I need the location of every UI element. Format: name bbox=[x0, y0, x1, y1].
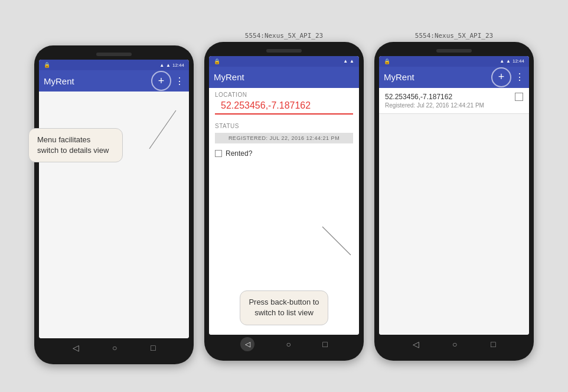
phone3-home-button[interactable]: ○ bbox=[452, 339, 457, 349]
phone2-location-label: LOCATION bbox=[209, 88, 359, 99]
phone2-status-icons: ▲ ▲ bbox=[343, 58, 354, 64]
phone2-status-bar: 🔒 ▲ ▲ bbox=[209, 56, 359, 67]
phone1-back-button[interactable]: ◁ bbox=[73, 343, 79, 352]
phone1-screen: 🔒 ▲ ▲ 12:44 MyRent + ⋮ bbox=[39, 60, 189, 338]
phone3-container: 5554:Nexus_5X_API_23 🔒 ▲ ▲ 12:44 MyRent … bbox=[374, 32, 534, 361]
phone1-app-title: MyRent bbox=[44, 76, 74, 86]
phone1-fab-button[interactable]: + bbox=[151, 71, 171, 91]
phone3-label: 5554:Nexus_5X_API_23 bbox=[374, 32, 534, 40]
phone2-rented-label: Rented? bbox=[226, 149, 252, 158]
phone1-status-bar: 🔒 ▲ ▲ 12:44 bbox=[39, 60, 189, 70]
phone1-wifi-icon: ▲ bbox=[166, 63, 171, 68]
phone2-back-button[interactable]: ◁ bbox=[245, 340, 250, 348]
phone2-nav-bar: ◁ ○ □ bbox=[209, 335, 359, 354]
callout-2: Press back-button to switch to list view bbox=[240, 290, 328, 325]
phone2-location-value: 52.253456,-7.187162 bbox=[215, 99, 353, 115]
phone3-speaker bbox=[436, 49, 472, 53]
phone1-app-actions: + ⋮ bbox=[151, 71, 184, 91]
phone3-content: 52.253456,-7.187162 Registered: Jul 22, … bbox=[379, 88, 529, 335]
phone3-back-button[interactable]: ◁ bbox=[413, 339, 419, 349]
phone3-signal-icon: ▲ bbox=[500, 58, 504, 64]
phone2-rented-row: Rented? bbox=[209, 146, 359, 161]
phone3-app-actions: + ⋮ bbox=[491, 67, 524, 87]
phone2-home-button[interactable]: ○ bbox=[286, 339, 291, 349]
phone3-fab-button[interactable]: + bbox=[491, 67, 511, 87]
phone2-wifi-icon: ▲ bbox=[350, 58, 354, 64]
phone2-label: 5554:Nexus_5X_API_23 bbox=[204, 32, 364, 40]
phone1-app-bar: MyRent + ⋮ bbox=[39, 70, 189, 92]
phone1-status-icons: ▲ ▲ 12:44 bbox=[159, 63, 184, 68]
phone2-container: 5554:Nexus_5X_API_23 Press back-button t… bbox=[204, 32, 364, 361]
phone1-lock-icon: 🔒 bbox=[44, 62, 50, 68]
phone1-plus-icon: + bbox=[158, 75, 165, 87]
phone3-menu-button[interactable]: ⋮ bbox=[515, 71, 524, 83]
phone3-recents-button[interactable]: □ bbox=[491, 339, 495, 349]
phone2-app-bar: MyRent bbox=[209, 67, 359, 88]
phone3-app-title: MyRent bbox=[384, 72, 414, 82]
phone2-rented-checkbox[interactable] bbox=[215, 150, 222, 157]
phone1-menu-button[interactable]: ⋮ bbox=[175, 76, 184, 87]
phone1-time: 12:44 bbox=[172, 63, 184, 68]
phone3-screen: 🔒 ▲ ▲ 12:44 MyRent + ⋮ bbox=[379, 56, 529, 335]
phone1-speaker bbox=[96, 53, 132, 56]
phone1: 🔒 ▲ ▲ 12:44 MyRent + ⋮ bbox=[34, 45, 194, 364]
phone2-lock-icon: 🔒 bbox=[214, 58, 220, 64]
phone1-signal-icon: ▲ bbox=[159, 63, 164, 68]
phone3-status-icons: ▲ ▲ 12:44 bbox=[500, 58, 524, 64]
phone2-recents-button[interactable]: □ bbox=[322, 339, 327, 349]
phone3-plus-icon: + bbox=[498, 71, 505, 83]
callout-1: Menu facilitates switch to details view bbox=[28, 128, 123, 162]
callout-1-text: Menu facilitates switch to details view bbox=[37, 135, 109, 155]
phone2-status-chip: REGISTERED: JUL 22, 2016 12:44:21 PM bbox=[215, 133, 353, 143]
phone3-wifi-icon: ▲ bbox=[506, 58, 511, 64]
phone1-container: Menu facilitates switch to details view … bbox=[34, 45, 194, 364]
phone1-recents-button[interactable]: □ bbox=[151, 343, 155, 352]
phone3-list-item[interactable]: 52.253456,-7.187162 Registered: Jul 22, … bbox=[379, 88, 529, 114]
phone1-home-button[interactable]: ○ bbox=[112, 343, 117, 352]
phone3-list-item-sub: Registered: Jul 22, 2016 12:44:21 PM bbox=[385, 102, 523, 109]
phone2-app-title: MyRent bbox=[214, 72, 244, 82]
phone3-nav-bar: ◁ ○ □ bbox=[379, 335, 529, 354]
phone2-back-button-highlight: ◁ bbox=[240, 337, 254, 351]
callout-2-text: Press back-button to switch to list view bbox=[249, 298, 319, 317]
phone3-time: 12:44 bbox=[512, 58, 524, 64]
phone1-nav-bar: ◁ ○ □ bbox=[39, 338, 189, 357]
phone2-status-label: STATUS bbox=[209, 119, 359, 130]
phone2-speaker bbox=[266, 49, 302, 53]
phone3-app-bar: MyRent + ⋮ bbox=[379, 67, 529, 88]
phone3-list-item-checkbox[interactable] bbox=[515, 93, 523, 101]
phone2-signal-icon: ▲ bbox=[343, 58, 348, 64]
phone3-list-item-title: 52.253456,-7.187162 bbox=[385, 93, 523, 101]
phone3: 🔒 ▲ ▲ 12:44 MyRent + ⋮ bbox=[374, 42, 534, 361]
phone3-status-bar: 🔒 ▲ ▲ 12:44 bbox=[379, 56, 529, 67]
phone3-lock-icon: 🔒 bbox=[384, 58, 390, 64]
